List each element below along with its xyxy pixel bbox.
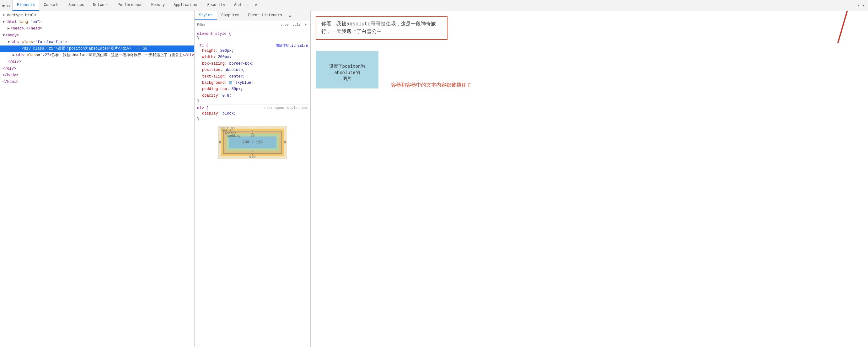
- devtools-tab-bar: ▶ ◻ Elements Console Sources Network Per…: [0, 0, 868, 11]
- styles-content: element.style { } .z1 { 清除浮动.1.html:8 he…: [194, 29, 310, 347]
- prop-position[interactable]: position: absolute;: [197, 67, 308, 73]
- preview-z2-element: 你看，我被absolute哥哥挡住哦，这是一段神奇旅行，一天我遇上了白雪公主: [316, 16, 447, 40]
- styles-filter-input[interactable]: [197, 23, 279, 27]
- box-content-area: 200 × 120: [229, 136, 276, 148]
- element-style-selector: element.style {: [197, 32, 231, 36]
- tab-console[interactable]: Console: [39, 0, 64, 11]
- mobile-icon[interactable]: ◻: [7, 3, 9, 8]
- filter-buttons: :hov .cls +: [279, 23, 308, 27]
- box-border-layer: border - padding 80 200 × 120: [223, 131, 282, 154]
- styles-tab-bar: Styles Computed Event Listeners »: [194, 11, 310, 21]
- preview-lower-row: 设置了positon为absolute的图片 容器和容器中的文本内容都被挡住了: [316, 46, 863, 89]
- position-bottom: 500: [249, 155, 256, 159]
- right-toolbar-icons: ⋮ ✕: [853, 3, 868, 8]
- prop-display[interactable]: display: block;: [197, 111, 308, 117]
- tab-event-listeners[interactable]: Event Listeners: [244, 11, 286, 20]
- more-tabs-button[interactable]: »: [252, 0, 260, 11]
- close-icon[interactable]: ✕: [863, 3, 865, 8]
- main-content: <!doctype html> ▼<html lang="en"> ▶<head…: [0, 11, 868, 347]
- prop-background[interactable]: background: skyblue;: [197, 80, 308, 86]
- more-options-icon[interactable]: ⋮: [857, 3, 860, 8]
- tab-styles[interactable]: Styles: [194, 11, 217, 20]
- cls-filter-button[interactable]: .cls: [291, 23, 302, 27]
- z1-style-section: .z1 { 清除浮动.1.html:8 height: 200px; width…: [194, 42, 310, 105]
- preview-z2-text: 你看，我被absolute哥哥挡住哦，这是一段神奇旅行，一天我遇上了白雪公主: [321, 21, 436, 34]
- tab-performance[interactable]: Performance: [113, 0, 147, 11]
- tab-elements[interactable]: Elements: [12, 0, 39, 11]
- box-margin-layer: margin - border - padding 80: [221, 129, 284, 156]
- prop-opacity[interactable]: opacity: 0.8;: [197, 93, 308, 99]
- color-swatch[interactable]: [229, 81, 232, 85]
- element-style-section: element.style { }: [194, 30, 310, 42]
- dom-line[interactable]: ▶<div class="z2">你看，我被absolute哥哥挡住哦，这是一段…: [0, 52, 194, 59]
- more-style-tabs-button[interactable]: »: [286, 13, 294, 18]
- preview-panel: 你看，我被absolute哥哥挡住哦，这是一段神奇旅行，一天我遇上了白雪公主 设…: [311, 11, 868, 347]
- dom-line[interactable]: ▼<div class="fu clearfix">: [0, 39, 194, 45]
- dom-line: </html>: [0, 79, 194, 85]
- svg-line-1: [838, 11, 849, 43]
- tab-security[interactable]: Security: [203, 0, 230, 11]
- padding-top: 80: [250, 134, 254, 138]
- prop-text-align[interactable]: text-align: center;: [197, 73, 308, 80]
- preview-arrow-svg: [819, 11, 857, 43]
- tab-sources[interactable]: Sources: [64, 0, 89, 11]
- prop-width[interactable]: width: 200px;: [197, 54, 308, 60]
- padding-label: padding: [227, 134, 241, 138]
- prop-box-sizing[interactable]: box-sizing: border-box;: [197, 61, 308, 67]
- styles-panel: Styles Computed Event Listeners » :hov .…: [194, 11, 311, 347]
- dom-line[interactable]: ▶<head>…</head>: [0, 25, 194, 32]
- styles-filter-bar: :hov .cls +: [194, 21, 310, 29]
- preview-z1-text: 设置了positon为absolute的图片: [329, 64, 365, 81]
- box-padding-layer: padding 80 200 × 120 -: [226, 134, 279, 151]
- tab-application[interactable]: Application: [169, 0, 203, 11]
- dom-line[interactable]: ▼<body>: [0, 32, 194, 39]
- tab-audits[interactable]: Audits: [230, 0, 252, 11]
- box-position-layer: position 8 8 349 margin - border -: [218, 126, 287, 159]
- box-model-diagram: position 8 8 349 margin - border -: [218, 126, 287, 159]
- div-style-section: div { user agent stylesheet display: blo…: [194, 105, 310, 123]
- preview-z1-element: 设置了positon为absolute的图片: [316, 51, 378, 89]
- dom-panel: <!doctype html> ▼<html lang="en"> ▶<head…: [0, 11, 194, 347]
- dom-line-selected[interactable]: <div class="z1">设置了positon为absolute的图片</…: [0, 45, 194, 52]
- preview-note-container: 容器和容器中的文本内容都被挡住了: [391, 69, 471, 89]
- div-selector: div {: [197, 106, 208, 111]
- box-model-section: position 8 8 349 margin - border -: [194, 123, 310, 162]
- tab-memory[interactable]: Memory: [147, 0, 169, 11]
- add-style-button[interactable]: +: [303, 23, 308, 27]
- dom-line[interactable]: ▼<html lang="en">: [0, 19, 194, 25]
- div-source: user agent stylesheet: [264, 106, 308, 110]
- box-content-dimensions: 200 × 120: [242, 140, 263, 145]
- hov-filter-button[interactable]: :hov: [279, 23, 290, 27]
- dom-line: </div>: [0, 59, 194, 65]
- z1-source[interactable]: 清除浮动.1.html:8: [276, 43, 308, 48]
- cursor-icon[interactable]: ▶: [2, 3, 5, 8]
- left-toolbar-icons: ▶ ◻: [0, 0, 12, 11]
- dom-line: </body>: [0, 72, 194, 79]
- prop-padding-top[interactable]: padding-top: 80px;: [197, 86, 308, 92]
- prop-height[interactable]: height: 200px;: [197, 48, 308, 54]
- dom-line: <!doctype html>: [0, 12, 194, 19]
- dom-line: </div>: [0, 66, 194, 72]
- tab-computed[interactable]: Computed: [217, 11, 244, 20]
- preview-note-text: 容器和容器中的文本内容都被挡住了: [391, 82, 471, 89]
- z1-selector[interactable]: .z1 {: [197, 43, 208, 48]
- tab-network[interactable]: Network: [89, 0, 113, 11]
